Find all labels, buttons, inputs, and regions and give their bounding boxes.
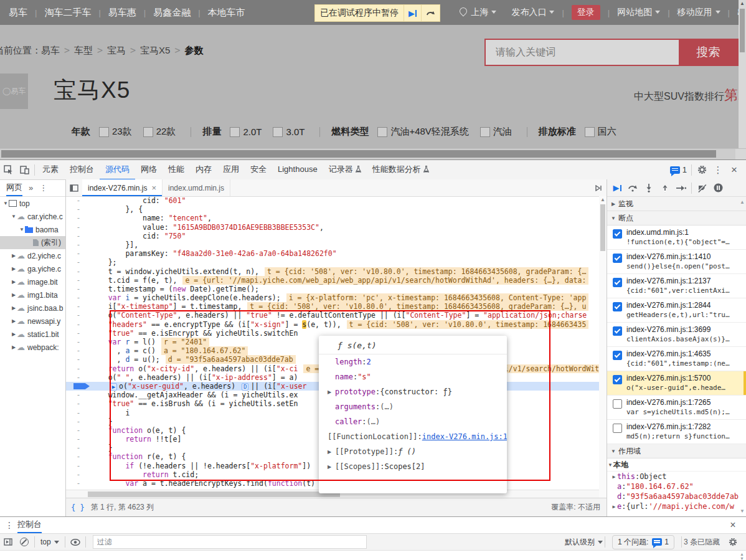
editor-tab-index.umd.min.js[interactable]: index.umd.min.js <box>163 179 230 196</box>
step-icon[interactable] <box>673 181 689 196</box>
breadcrumb-item[interactable]: 易车 <box>41 45 60 55</box>
tree-item-img1bita[interactable]: ▶☁img1.bita <box>0 288 65 301</box>
breakpoint-checkbox[interactable] <box>613 351 622 360</box>
pretty-print-icon[interactable]: { } <box>71 503 85 512</box>
line-gutter[interactable]: - <box>66 293 91 302</box>
disclosure-closed-icon[interactable]: ▶ <box>328 449 335 455</box>
resume-script-icon[interactable]: ▶ <box>610 181 625 196</box>
line-gutter[interactable]: - <box>66 479 91 488</box>
clear-console-icon[interactable] <box>16 534 32 549</box>
code-line[interactable]: -}], <box>66 240 607 249</box>
code-line[interactable]: -"headers" == e.encryptType && (i["x-sig… <box>66 320 607 329</box>
code-line[interactable]: -cid: "601" <box>66 196 607 205</box>
disclosure-closed-icon[interactable]: ▶ <box>11 279 17 285</box>
editor-overflow-icon[interactable] <box>590 179 607 196</box>
topnav-item[interactable]: 易鑫金融 <box>153 7 191 19</box>
console-settings-gear-icon[interactable] <box>725 534 741 549</box>
scroll-up-arrow[interactable]: ▲ <box>739 0 746 7</box>
line-gutter[interactable]: - <box>66 223 91 232</box>
city-selector[interactable]: 上海 <box>460 7 496 18</box>
filter-option[interactable]: 国六 <box>585 126 616 138</box>
close-drawer-icon[interactable]: × <box>725 518 741 533</box>
tree-item-gayichec[interactable]: ▶☁ga.yiche.c <box>0 262 65 275</box>
line-gutter[interactable]: - <box>66 258 91 267</box>
filter-option[interactable]: 23款 <box>99 126 132 138</box>
line-gutter[interactable]: - <box>66 399 91 408</box>
line-gutter[interactable]: - <box>66 364 91 373</box>
page-horizontal-scrollbar[interactable] <box>0 148 746 159</box>
breakpoints-section-header[interactable]: ▼断点 <box>607 211 746 225</box>
topnav-item[interactable]: 淘车二手车 <box>44 7 91 19</box>
line-gutter[interactable]: - <box>66 329 91 338</box>
tree-item-d2yichec[interactable]: ▶☁d2.yiche.c <box>0 249 65 262</box>
code-line[interactable]: -t.timestamp = (new Date).getTime(); <box>66 285 607 293</box>
property-value[interactable]: index-V276.min.js:1 <box>422 432 507 441</box>
scope-variable[interactable]: d: "93f5a6aa4597abac03dde7ab <box>607 491 746 501</box>
disclosure-closed-icon[interactable]: ▶ <box>611 474 617 480</box>
breakpoint-entry[interactable]: index-V276.min.js:1:5700o("x-user-guid",… <box>607 371 746 396</box>
topnav-item[interactable]: 易车惠 <box>108 7 136 19</box>
disclosure-closed-icon[interactable]: ▶ <box>11 305 17 311</box>
deactivate-breakpoints-icon[interactable] <box>694 181 710 196</box>
banner-resume-button[interactable]: ▶ <box>404 5 421 21</box>
scope-variable[interactable]: a: "180.164.67.62" <box>607 482 746 491</box>
devtools-tab-记录器[interactable]: 记录器 <box>323 160 367 180</box>
line-gutter[interactable]: - <box>66 409 91 417</box>
console-sidebar-icon[interactable] <box>0 534 16 549</box>
line-gutter[interactable]: - <box>66 285 91 293</box>
code-line[interactable]: -}, { <box>66 205 607 214</box>
checkbox-icon[interactable] <box>480 127 490 137</box>
breakpoint-checkbox[interactable] <box>613 375 622 384</box>
filter-option[interactable]: 22款 <box>143 126 176 138</box>
issues-chip[interactable]: 1 个问题: 1 <box>612 535 674 549</box>
disclosure-open-icon[interactable]: ▼ <box>2 201 9 206</box>
filter-option[interactable]: 3.0T <box>273 126 305 137</box>
console-scroll-arrows[interactable]: ▲▼ <box>740 552 744 560</box>
kebab-menu-icon[interactable]: ⋮ <box>710 163 726 178</box>
disclosure-open-icon[interactable]: ▼ <box>11 214 17 219</box>
devtools-tab-元素[interactable]: 元素 <box>37 160 64 180</box>
navigator-kebab-icon[interactable]: ⋮ <box>39 183 47 192</box>
line-gutter[interactable]: - <box>66 444 91 452</box>
step-out-icon[interactable] <box>657 181 673 196</box>
code-line[interactable]: -t = window.yicheUtils.extend(t, n),t = … <box>66 267 607 276</box>
search-button[interactable]: 搜索 <box>679 40 738 65</box>
scrollbar-thumb[interactable] <box>1 150 716 158</box>
scope-variable[interactable]: ▶e: {url: '//mapi.yiche.com/w <box>607 501 746 511</box>
code-line[interactable]: -var i = yicheUtils.deepClone(e.headers)… <box>66 293 607 302</box>
code-line[interactable]: -i["x-timestamp"] = t.timestamp,t = {cid… <box>66 302 607 311</box>
more-tabs-icon[interactable]: » <box>29 183 33 192</box>
drawer-kebab-icon[interactable]: ⋮ <box>1 518 17 533</box>
line-gutter[interactable]: - <box>66 205 91 214</box>
line-gutter[interactable]: - <box>66 470 91 479</box>
tree-item-caryichec[interactable]: ▼☁car.yiche.c <box>0 210 65 223</box>
code-line[interactable]: -paramsKey: "f48aa2d0-31e0-42a6-a7a0-64b… <box>66 249 607 258</box>
code-line[interactable]: -value: "1615A9BDB0374D16AE9EBB3BBEE5353… <box>66 223 607 232</box>
breakpoint-checkbox[interactable] <box>613 424 622 433</box>
mobile-app-menu[interactable]: 移动应用 <box>678 7 720 18</box>
breadcrumb-item[interactable]: 宝马X5 <box>140 45 170 55</box>
publish-entry-menu[interactable]: 发布入口 <box>511 7 554 18</box>
tree-item-top[interactable]: ▼top <box>0 197 65 210</box>
devtools-tab-Lighthouse[interactable]: Lighthouse <box>272 160 323 180</box>
disclosure-open-icon[interactable]: ▼ <box>19 227 25 232</box>
devtools-tab-性能数据分析[interactable]: 性能数据分析 <box>367 160 435 180</box>
code-line[interactable]: -t.cid = f(e, t),e = {url: '//mapi.yiche… <box>66 276 607 285</box>
checkbox-icon[interactable] <box>273 127 283 137</box>
sidebar-scroll-down-arrow[interactable]: ▼ <box>740 508 745 514</box>
code-line[interactable]: -o("Content-Type", e.headers) || "true" … <box>66 311 607 320</box>
line-gutter[interactable]: - <box>66 435 91 444</box>
banner-step-over-button[interactable] <box>421 5 440 21</box>
code-line[interactable]: -}; <box>66 258 607 267</box>
line-gutter[interactable]: - <box>66 382 91 391</box>
devtools-tab-网络[interactable]: 网络 <box>135 160 163 180</box>
breakpoint-checkbox[interactable] <box>613 229 622 239</box>
devtools-tab-源代码[interactable]: 源代码 <box>100 160 135 180</box>
breakpoint-entry[interactable]: index-V276.min.js:1:2844getHeaders(e,t),… <box>607 298 746 323</box>
search-input[interactable] <box>486 40 679 65</box>
log-level-selector[interactable]: 默认级别 <box>565 537 603 548</box>
issues-counter[interactable]: 1 <box>668 163 689 178</box>
watch-section-header[interactable]: ▶监视 <box>607 197 746 211</box>
line-gutter[interactable]: - <box>66 391 91 399</box>
line-gutter[interactable]: - <box>66 338 91 346</box>
